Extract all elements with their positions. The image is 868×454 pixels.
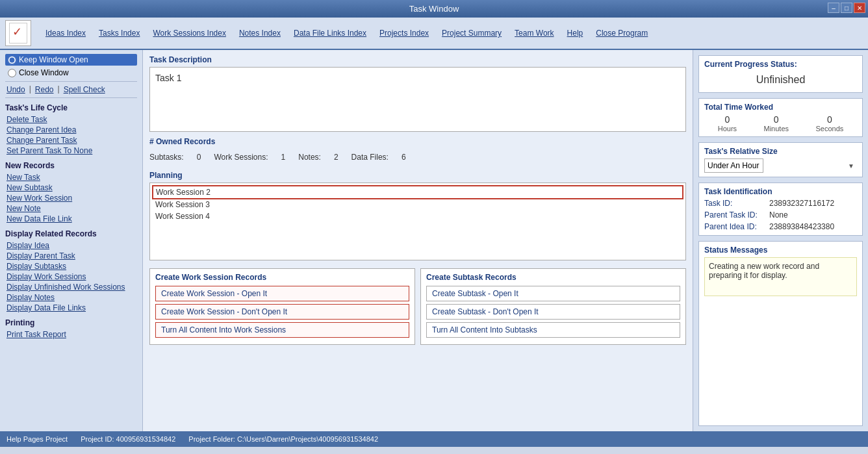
parent-idea-id-label: Parent Idea ID: [704,222,769,231]
turn-content-into-ws-btn[interactable]: Turn All Content Into Work Sessions [155,322,409,338]
relative-size-section: Task's Relative Size Under An Hour 1-2 H… [698,142,863,177]
task-id-item: Task ID: 238932327116172 [704,199,857,208]
status-messages-section: Status Messages Creating a new work reco… [698,241,863,426]
display-data-file-links-link[interactable]: Display Data File Links [5,303,137,313]
content-area: Task Description Task 1 # Owned Records … [143,50,693,431]
work-sessions-val: 1 [281,153,286,162]
seconds-val: 0 [815,114,843,125]
notes-label: Notes: [298,153,321,162]
create-subtask-title: Create Subtask Records [426,273,680,282]
new-work-session-link[interactable]: New Work Session [5,193,137,203]
close-window-radio[interactable] [8,69,16,77]
create-ws-title: Create Work Session Records [155,273,409,282]
display-work-sessions-link[interactable]: Display Work Sessions [5,271,137,282]
spell-check-link[interactable]: Spell Check [62,84,107,95]
delete-task-link[interactable]: Delete Task [5,114,137,125]
parent-task-id-item: Parent Task ID: None [704,210,857,220]
menu-work-sessions-index[interactable]: Work Sessions Index [146,26,233,40]
status-messages-val: Creating a new work record and preparing… [709,262,819,280]
close-window-button[interactable]: ✕ [854,3,865,13]
menu-tasks-index[interactable]: Tasks Index [92,26,146,40]
keep-window-open-label: Keep Window Open [19,55,88,64]
menu-items: Ideas Index Tasks Index Work Sessions In… [39,26,654,40]
keep-window-open-option[interactable]: Keep Window Open [5,54,137,66]
owned-records-section: # Owned Records Subtasks: 0 Work Session… [149,137,686,166]
title-bar-text: Task Window [409,4,459,14]
keep-window-open-radio[interactable] [8,56,16,64]
owned-records-label: # Owned Records [149,137,686,146]
subtasks-val: 0 [197,153,201,162]
create-subtask-panel: Create Subtask Records Create Subtask - … [420,268,686,345]
new-subtask-link[interactable]: New Subtask [5,183,137,193]
menu-ideas-index[interactable]: Ideas Index [39,26,92,40]
planning-box[interactable]: Work Session 2 Work Session 3 Work Sessi… [149,183,686,260]
task-name: Task 1 [155,73,181,83]
parent-task-id-val: None [769,210,788,220]
select-arrow-icon: ▼ [848,162,854,170]
menu-help[interactable]: Help [561,26,590,40]
title-bar-controls: – □ ✕ [828,3,865,13]
right-panel: Current Progress Status: Unfinished Tota… [693,50,868,431]
create-work-session-panel: Create Work Session Records Create Work … [149,268,415,345]
change-parent-task-link[interactable]: Change Parent Task [5,135,137,145]
undo-link[interactable]: Undo [5,84,27,95]
close-window-label: Close Window [19,68,69,77]
menu-project-summary[interactable]: Project Summary [435,26,508,40]
display-subtasks-link[interactable]: Display Subtasks [5,261,137,271]
display-notes-link[interactable]: Display Notes [5,292,137,303]
menu-data-file-links-index[interactable]: Data File Links Index [287,26,373,40]
create-ws-open-it-btn[interactable]: Create Work Session - Open It [155,286,409,301]
minimize-button[interactable]: – [828,3,839,13]
hours-label: Hours [718,125,737,132]
parent-idea-id-val: 238893848423380 [769,222,834,231]
new-note-link[interactable]: New Note [5,203,137,214]
turn-content-into-subtasks-btn[interactable]: Turn All Content Into Subtasks [426,322,680,338]
status-messages-box: Creating a new work record and preparing… [704,257,857,296]
menu-projects-index[interactable]: Projects Index [373,26,435,40]
print-task-report-link[interactable]: Print Task Report [5,329,137,340]
work-sessions-label: Work Sessions: [214,153,268,162]
new-task-link[interactable]: New Task [5,172,137,183]
progress-status-title: Current Progress Status: [704,60,857,69]
set-parent-task-none-link[interactable]: Set Parent Task To None [5,145,137,156]
notes-val: 2 [334,153,338,162]
display-unfinished-ws-link[interactable]: Display Unfinished Work Sessions [5,282,137,292]
create-subtask-dont-open-it-btn[interactable]: Create Subtask - Don't Open It [426,304,680,320]
subtasks-label: Subtasks: [149,153,184,162]
divider-1 [5,81,137,82]
hours-cell: 0 Hours [718,114,737,132]
minutes-cell: 0 Minutes [764,114,789,132]
status-project-folder: Project Folder: C:\Users\Darren\Projects… [188,435,378,443]
create-ws-dont-open-it-btn[interactable]: Create Work Session - Don't Open It [155,304,409,320]
create-subtask-open-it-btn[interactable]: Create Subtask - Open It [426,286,680,301]
id-row: Task ID: 238932327116172 Parent Task ID:… [704,199,857,231]
redo-link[interactable]: Redo [34,84,55,95]
task-id-section: Task Identification Task ID: 23893232711… [698,183,863,236]
menu-close-program[interactable]: Close Program [589,26,654,40]
planning-item-0[interactable]: Work Session 2 [153,186,683,199]
progress-status-section: Current Progress Status: Unfinished [698,55,863,93]
task-description-section: Task Description Task 1 [149,55,686,132]
create-section: Create Work Session Records Create Work … [149,268,686,345]
relative-size-select[interactable]: Under An Hour 1-2 Hours Half Day Full Da… [704,158,763,173]
menu-bar: Ideas Index Tasks Index Work Sessions In… [0,18,868,50]
status-help-pages: Help Pages Project [6,435,68,443]
close-window-option[interactable]: Close Window [5,67,137,79]
maximize-button[interactable]: □ [841,3,852,13]
planning-item-2[interactable]: Work Session 4 [153,210,683,222]
minutes-label: Minutes [764,125,789,132]
task-description-box[interactable]: Task 1 [149,67,686,132]
menu-notes-index[interactable]: Notes Index [233,26,287,40]
planning-item-1[interactable]: Work Session 3 [153,199,683,210]
printing-title: Printing [5,318,137,327]
sidebar: Keep Window Open Close Window Undo | Red… [0,50,143,431]
display-parent-task-link[interactable]: Display Parent Task [5,251,137,261]
new-data-file-link-link[interactable]: New Data File Link [5,214,137,224]
menu-team-work[interactable]: Team Work [508,26,560,40]
task-id-val: 238932327116172 [769,199,834,208]
display-idea-link[interactable]: Display Idea [5,240,137,251]
change-parent-idea-link[interactable]: Change Parent Idea [5,125,137,135]
logo-icon [9,23,27,44]
seconds-cell: 0 Seconds [815,114,843,132]
seconds-label: Seconds [815,125,843,132]
